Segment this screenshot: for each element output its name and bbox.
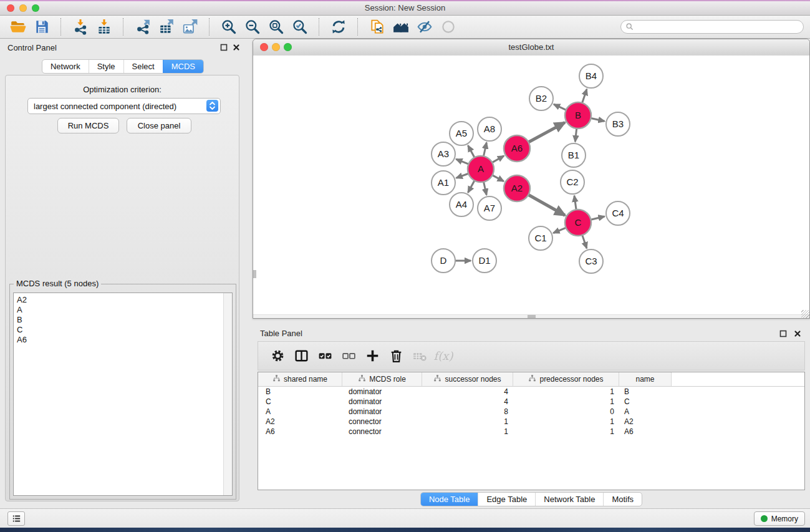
- table-row[interactable]: Adominator80A: [258, 407, 804, 417]
- result-list-item[interactable]: C: [14, 325, 232, 335]
- node-A2[interactable]: A2: [504, 175, 530, 201]
- node-C3[interactable]: C3: [579, 249, 603, 273]
- horizontal-scroll-thumb[interactable]: [528, 315, 536, 318]
- node-D1[interactable]: D1: [473, 249, 496, 273]
- table-cell[interactable]: 1: [422, 417, 513, 426]
- table-cell[interactable]: B: [258, 387, 342, 396]
- column-header-MCDS-role[interactable]: MCDS role: [342, 372, 422, 386]
- table-cell[interactable]: A2: [258, 417, 342, 426]
- node-D[interactable]: D: [432, 249, 455, 273]
- result-list-scrollbar[interactable]: [223, 293, 232, 495]
- table-cell[interactable]: 8: [422, 407, 513, 416]
- column-header-name[interactable]: name: [619, 372, 672, 386]
- export-network-button[interactable]: [133, 17, 153, 36]
- column-header-successor-nodes[interactable]: successor nodes: [422, 372, 513, 386]
- search-field[interactable]: [620, 20, 804, 34]
- edge-A-A6[interactable]: [492, 156, 504, 163]
- table-cell[interactable]: 1: [513, 397, 619, 406]
- node-C2[interactable]: C2: [561, 170, 584, 194]
- import-table-button[interactable]: [94, 17, 114, 36]
- edge-A-A3[interactable]: [456, 159, 468, 164]
- add-column-button[interactable]: [363, 347, 382, 365]
- optimization-criterion-dropdown[interactable]: largest connected component (directed): [27, 98, 221, 114]
- zoom-fit-button[interactable]: [266, 17, 286, 36]
- table-cell[interactable]: A6: [258, 427, 342, 436]
- hide-details-button[interactable]: [415, 17, 435, 36]
- network-graph[interactable]: B4B2BB3A8A5A6A3B1AA1C2A2A4A7C4CC1C3DD1: [253, 56, 809, 315]
- deselect-all-button[interactable]: [339, 347, 358, 365]
- run-mcds-button[interactable]: Run MCDS: [57, 118, 119, 133]
- control-panel-float-button[interactable]: [220, 44, 228, 51]
- table-panel-float-button[interactable]: [779, 330, 787, 337]
- zoom-in-button[interactable]: [219, 17, 239, 36]
- network-zoom-button[interactable]: [284, 43, 292, 51]
- open-file-button[interactable]: [8, 17, 28, 36]
- edge-B-B3[interactable]: [591, 118, 605, 121]
- tab-node-table[interactable]: Node Table: [421, 493, 478, 506]
- edge-A-A7[interactable]: [484, 181, 487, 195]
- function-builder-button[interactable]: f(x): [434, 347, 453, 365]
- table-cell[interactable]: 4: [422, 397, 513, 406]
- network-minimize-button[interactable]: [272, 43, 280, 51]
- node-A1[interactable]: A1: [432, 171, 455, 195]
- table-cell[interactable]: A2: [619, 417, 672, 426]
- table-cell[interactable]: 1: [513, 427, 619, 436]
- table-row[interactable]: A2connector11A2: [258, 417, 804, 427]
- node-C[interactable]: C: [565, 210, 591, 236]
- tab-network[interactable]: Network: [42, 60, 89, 73]
- table-cell[interactable]: 4: [422, 387, 513, 396]
- edge-B-B1[interactable]: [575, 128, 576, 142]
- node-A4[interactable]: A4: [450, 193, 473, 216]
- table-row[interactable]: Bdominator41B: [258, 387, 804, 397]
- table-cell[interactable]: C: [619, 397, 672, 406]
- show-eye-button[interactable]: [438, 17, 458, 36]
- node-A6[interactable]: A6: [504, 135, 530, 162]
- tab-motifs[interactable]: Motifs: [603, 493, 642, 506]
- zoom-selected-button[interactable]: [290, 17, 310, 36]
- table-settings-button[interactable]: [268, 347, 287, 365]
- table-row[interactable]: A6connector11A6: [258, 427, 804, 437]
- edge-A-A1[interactable]: [456, 173, 469, 178]
- table-panel-close-button[interactable]: [794, 330, 801, 337]
- table-cell[interactable]: connector: [342, 427, 422, 436]
- column-header-predecessor-nodes[interactable]: predecessor nodes: [513, 372, 619, 386]
- export-image-button[interactable]: [180, 17, 200, 36]
- edge-A-A5[interactable]: [468, 145, 475, 157]
- tab-select[interactable]: Select: [123, 60, 163, 73]
- column-header-shared-name[interactable]: shared name: [258, 372, 342, 386]
- table-cell[interactable]: A: [619, 407, 672, 416]
- close-panel-button[interactable]: Close panel: [127, 118, 191, 133]
- table-cell[interactable]: 1: [422, 427, 513, 436]
- vertical-scroll-thumb[interactable]: [253, 270, 256, 278]
- import-network-button[interactable]: [70, 17, 90, 36]
- tab-style[interactable]: Style: [89, 60, 123, 73]
- table-cell[interactable]: dominator: [342, 397, 422, 406]
- minimize-window-button[interactable]: [19, 4, 27, 12]
- node-A5[interactable]: A5: [450, 122, 473, 145]
- delete-column-button[interactable]: [387, 347, 405, 365]
- table-cell[interactable]: dominator: [342, 387, 422, 396]
- zoom-out-button[interactable]: [243, 17, 263, 36]
- memory-button[interactable]: Memory: [754, 511, 805, 526]
- node-B4[interactable]: B4: [579, 64, 603, 88]
- result-list-item[interactable]: A: [14, 305, 232, 315]
- tab-network-table[interactable]: Network Table: [535, 493, 603, 506]
- tab-mcds[interactable]: MCDS: [163, 60, 203, 73]
- edge-C-C1[interactable]: [553, 228, 566, 233]
- table-cell[interactable]: 0: [513, 407, 619, 416]
- window-resize-grip[interactable]: [801, 310, 809, 318]
- control-panel-close-button[interactable]: [233, 44, 240, 51]
- node-B3[interactable]: B3: [606, 112, 630, 136]
- table-cell[interactable]: connector: [342, 417, 422, 426]
- select-all-button[interactable]: [316, 347, 334, 365]
- table-cell[interactable]: A6: [619, 427, 672, 436]
- zoom-window-button[interactable]: [32, 4, 39, 12]
- node-A3[interactable]: A3: [432, 142, 455, 166]
- split-panel-button[interactable]: [292, 347, 311, 365]
- edge-A6-B[interactable]: [528, 122, 564, 142]
- close-window-button[interactable]: [7, 4, 14, 12]
- duplicate-network-button[interactable]: [367, 17, 387, 36]
- edge-A-A8[interactable]: [483, 142, 486, 156]
- table-cell[interactable]: A: [258, 407, 342, 416]
- table-cell[interactable]: 1: [513, 387, 619, 396]
